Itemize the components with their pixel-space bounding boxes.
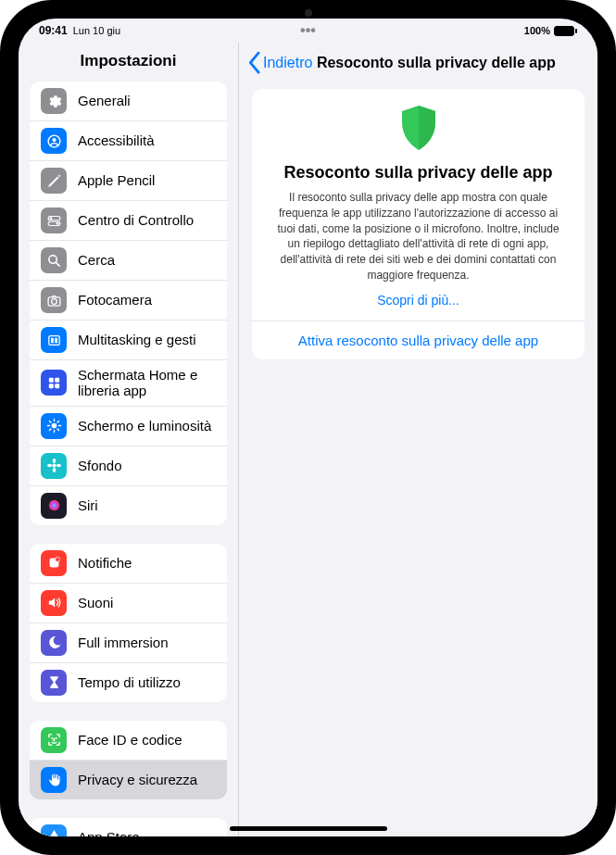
sidebar-item-camera[interactable]: Fotocamera bbox=[30, 281, 227, 321]
svg-point-22 bbox=[48, 500, 58, 510]
sidebar-item-label: Multitasking e gesti bbox=[78, 332, 216, 347]
sidebar-item-wallpaper[interactable]: Sfondo bbox=[30, 446, 227, 486]
svg-rect-15 bbox=[55, 383, 59, 388]
split-view: Impostazioni GeneraliAccessibilitàApple … bbox=[19, 43, 597, 836]
sidebar-group: Face ID e codicePrivacy e sicurezza bbox=[30, 721, 227, 799]
search-icon bbox=[41, 247, 67, 273]
detail-nav: Indietro Resoconto sulla privacy delle a… bbox=[239, 43, 597, 83]
card-body-text: Il resoconto sulla privacy delle app mos… bbox=[270, 190, 566, 283]
sidebar-item-accessibility[interactable]: Accessibilità bbox=[30, 121, 227, 161]
moon-icon bbox=[41, 630, 67, 656]
card-top: Resoconto sulla privacy delle app Il res… bbox=[252, 89, 585, 321]
sidebar-item-display[interactable]: Schermo e luminosità bbox=[30, 407, 227, 446]
device-frame: 09:41 Lun 10 giu ••• 100% Impostazioni G… bbox=[0, 0, 616, 855]
status-bar: 09:41 Lun 10 giu ••• 100% bbox=[19, 19, 597, 43]
card-title: Resoconto sulla privacy delle app bbox=[270, 163, 566, 182]
svg-point-18 bbox=[52, 459, 56, 463]
person-icon bbox=[41, 128, 67, 154]
svg-point-19 bbox=[52, 468, 56, 472]
svg-point-25 bbox=[52, 738, 53, 739]
appstore-icon bbox=[41, 824, 67, 837]
pencil-icon bbox=[41, 168, 67, 194]
sidebar-item-appstore[interactable]: App Store bbox=[30, 818, 227, 837]
sidebar-item-screentime[interactable]: Tempo di utilizzo bbox=[30, 663, 227, 702]
sidebar-item-control-center[interactable]: Centro di Controllo bbox=[30, 201, 227, 241]
back-button[interactable]: Indietro bbox=[248, 53, 312, 73]
detail-pane: Indietro Resoconto sulla privacy delle a… bbox=[239, 43, 597, 836]
sidebar-item-label: Notifiche bbox=[78, 555, 216, 571]
sidebar-item-label: Schermata Home e libreria app bbox=[78, 367, 216, 399]
chevron-left-icon bbox=[248, 53, 261, 73]
gear-icon bbox=[41, 88, 67, 114]
siri-icon bbox=[41, 493, 67, 519]
learn-more-link[interactable]: Scopri di più... bbox=[270, 293, 566, 308]
status-left: 09:41 Lun 10 giu bbox=[39, 24, 120, 37]
svg-rect-11 bbox=[55, 337, 57, 343]
privacy-report-card: Resoconto sulla privacy delle app Il res… bbox=[252, 89, 585, 359]
detail-body: Resoconto sulla privacy delle app Il res… bbox=[239, 83, 597, 365]
hand-icon bbox=[41, 767, 67, 793]
speaker-icon bbox=[41, 590, 67, 616]
sidebar-item-search[interactable]: Cerca bbox=[30, 241, 227, 281]
sidebar-item-label: Suoni bbox=[78, 595, 216, 610]
sidebar-item-label: Privacy e sicurezza bbox=[78, 772, 216, 787]
flower-icon bbox=[41, 453, 67, 479]
svg-rect-10 bbox=[50, 337, 53, 343]
sidebar-item-label: Sfondo bbox=[78, 458, 216, 473]
faceid-icon bbox=[41, 727, 67, 753]
sidebar-item-label: Cerca bbox=[78, 252, 216, 268]
sidebar-item-privacy[interactable]: Privacy e sicurezza bbox=[30, 761, 227, 799]
sidebar-item-label: App Store bbox=[78, 829, 216, 836]
sidebar-item-label: Siri bbox=[78, 497, 216, 513]
sidebar-item-label: Tempo di utilizzo bbox=[78, 674, 216, 690]
svg-rect-9 bbox=[48, 335, 58, 345]
svg-rect-12 bbox=[48, 378, 53, 383]
brightness-icon bbox=[41, 413, 67, 439]
sidebar-item-faceid[interactable]: Face ID e codice bbox=[30, 721, 227, 761]
back-label: Indietro bbox=[263, 55, 312, 71]
svg-point-17 bbox=[52, 463, 56, 467]
hourglass-icon bbox=[41, 670, 67, 696]
sidebar-item-focus[interactable]: Full immersion bbox=[30, 623, 227, 663]
sidebar-item-label: Face ID e codice bbox=[78, 732, 216, 748]
svg-point-26 bbox=[56, 738, 57, 739]
status-right: 100% bbox=[521, 25, 577, 36]
grid-icon bbox=[41, 370, 67, 396]
sidebar-item-pencil[interactable]: Apple Pencil bbox=[30, 161, 227, 201]
sidebar-item-multitask[interactable]: Multitasking e gesti bbox=[30, 321, 227, 360]
multitask-icon bbox=[41, 327, 67, 353]
enable-privacy-report-button[interactable]: Attiva resoconto sulla privacy delle app bbox=[252, 321, 585, 359]
shield-icon bbox=[270, 104, 566, 156]
home-indicator[interactable] bbox=[230, 826, 387, 831]
sidebar-item-siri[interactable]: Siri bbox=[30, 486, 227, 525]
battery-icon bbox=[554, 26, 577, 36]
multitasking-dots-icon[interactable]: ••• bbox=[300, 22, 316, 39]
svg-rect-13 bbox=[55, 378, 59, 383]
status-time: 09:41 bbox=[39, 24, 68, 37]
svg-point-3 bbox=[49, 217, 52, 220]
svg-point-16 bbox=[51, 423, 57, 429]
sidebar-item-label: Centro di Controllo bbox=[78, 212, 216, 228]
sidebar-item-label: Accessibilità bbox=[78, 132, 216, 148]
sidebar-item-home[interactable]: Schermata Home e libreria app bbox=[30, 360, 227, 407]
sidebar-group: GeneraliAccessibilitàApple PencilCentro … bbox=[30, 82, 227, 525]
toggles-icon bbox=[41, 207, 67, 233]
sidebar-item-label: Apple Pencil bbox=[78, 172, 216, 188]
screen: 09:41 Lun 10 giu ••• 100% Impostazioni G… bbox=[19, 19, 597, 836]
sidebar-item-general[interactable]: Generali bbox=[30, 82, 227, 121]
sidebar-item-label: Full immersion bbox=[78, 635, 216, 650]
svg-point-24 bbox=[55, 557, 59, 561]
camera-icon bbox=[41, 287, 67, 313]
sidebar-scroll[interactable]: GeneraliAccessibilitàApple PencilCentro … bbox=[19, 82, 238, 836]
status-date: Lun 10 giu bbox=[73, 25, 120, 36]
sidebar-item-notifications[interactable]: Notifiche bbox=[30, 544, 227, 584]
camera-dot bbox=[305, 9, 312, 17]
sidebar-item-label: Fotocamera bbox=[78, 292, 216, 308]
sidebar-title: Impostazioni bbox=[19, 43, 238, 82]
sidebar-item-sounds[interactable]: Suoni bbox=[30, 584, 227, 623]
bell-icon bbox=[41, 550, 67, 576]
svg-rect-14 bbox=[48, 383, 53, 388]
detail-nav-title: Resoconto sulla privacy delle app bbox=[317, 55, 556, 71]
settings-sidebar: Impostazioni GeneraliAccessibilitàApple … bbox=[19, 43, 239, 836]
sidebar-item-label: Schermo e luminosità bbox=[78, 418, 216, 434]
